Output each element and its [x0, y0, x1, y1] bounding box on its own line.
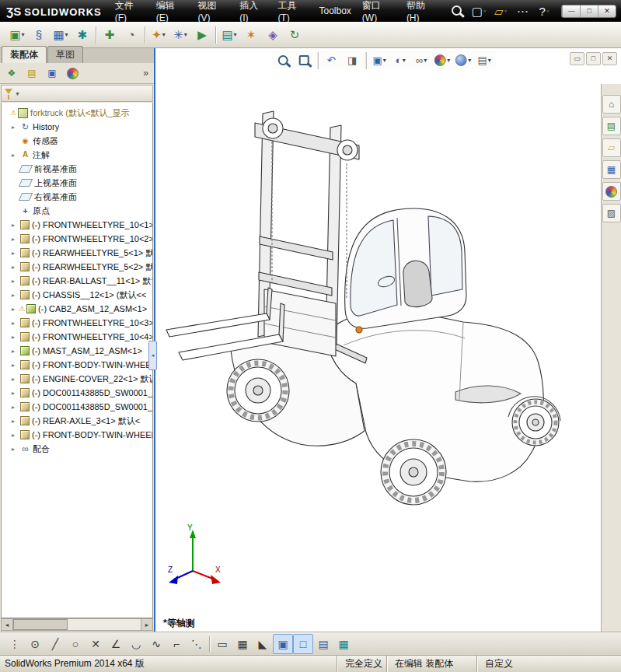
tree-item-mates[interactable]: ▸ ∞ 配合 [2, 442, 152, 456]
hide-show-items-button[interactable]: ∞ [411, 51, 431, 69]
expand-arrow-icon[interactable]: ▸ [12, 404, 19, 411]
minimize-button[interactable]: — [562, 5, 580, 17]
tree-item-rearwheeltyre-2[interactable]: ▸ (-) REARWHEELTYRE_5<2> 默认 [2, 260, 152, 274]
configurationmanager-tab-icon[interactable]: ▣ [43, 65, 61, 82]
insert-component-button[interactable]: ▣ [6, 24, 28, 46]
corner-tool-button[interactable]: ⌐ [166, 634, 187, 654]
options-button[interactable]: ⋯ [511, 0, 533, 22]
expand-arrow-icon[interactable]: ▸ [12, 292, 19, 299]
pattern-tool-button[interactable]: ⋱ [187, 634, 207, 654]
tree-item-rearwheeltyre-1[interactable]: ▸ (-) REARWHEELTYRE_5<1> 默 [2, 246, 152, 260]
tree-filter-bar[interactable]: ▼ [1, 85, 153, 102]
circle-tool-button[interactable]: ○ [65, 634, 85, 654]
reference-geometry-button[interactable]: ✳ [169, 24, 191, 46]
tree-item-frontwheeltyre-2[interactable]: ▸ (-) FRONTWHEELTYRE_10<2> [2, 232, 152, 246]
search-button[interactable] [446, 0, 468, 22]
help-button[interactable]: ? [533, 0, 555, 22]
panel-expand-chevron[interactable]: » [140, 68, 152, 79]
display-style-button[interactable]: ◐ [390, 51, 410, 69]
forklift-model-canvas[interactable] [155, 48, 621, 624]
close-button[interactable]: ✕ [598, 5, 616, 17]
file-explorer-button[interactable]: ▱ [602, 138, 621, 157]
expand-arrow-icon[interactable]: ▸ [12, 152, 19, 159]
tree-item-frontwheeltyre-1[interactable]: ▸ (-) FRONTWHEELTYRE_10<1> [2, 218, 152, 232]
tree-horizontal-scrollbar[interactable]: ◄ ► [1, 618, 153, 631]
tree-item-frontwheeltyre-4[interactable]: ▸ (-) FRONTWHEELTYRE_10<4> [2, 330, 152, 344]
instant3d-button[interactable]: ◈ [262, 24, 284, 46]
exploded-view-button[interactable]: ✶ [240, 24, 262, 46]
doc-close-button[interactable]: ✕ [602, 52, 617, 65]
point-tool-button[interactable]: ⊙ [25, 634, 45, 654]
section-view-button[interactable]: ◨ [342, 51, 362, 69]
erase-tool-button[interactable]: ✕ [85, 634, 106, 654]
tree-item-chassis[interactable]: ▸ (-) CHASSIS__12<1> (默认<< [2, 288, 152, 302]
view-orientation-button[interactable]: ▣ [369, 51, 389, 69]
smart-fasteners-button[interactable]: ✱ [72, 24, 93, 46]
zoom-area-button[interactable] [294, 51, 314, 69]
expand-arrow-icon[interactable]: ▸ [12, 278, 19, 285]
drawing-view-toggle[interactable]: □ [293, 634, 313, 654]
table-view-button[interactable]: ▦ [333, 634, 354, 654]
expand-arrow-icon[interactable]: ▸ [12, 362, 19, 369]
expand-arrow-icon[interactable]: ▸ [12, 264, 19, 271]
trim-tool-button[interactable]: ▭ [212, 634, 232, 654]
tree-item-rear-axle[interactable]: ▸ (-) REAR-AXLE_3<1> 默认< [2, 414, 152, 428]
bom-button[interactable]: ▤ [218, 24, 240, 46]
expand-arrow-icon[interactable]: ▸ [12, 418, 19, 425]
tree-item-engine-cover[interactable]: ▸ (-) ENGINE-COVER_22<1> 默认 [2, 372, 152, 386]
tree-item-rear-ballast[interactable]: ▸ (-) REAR-BALLAST__11<1> 默认 [2, 274, 152, 288]
custom-properties-button[interactable]: ▨ [602, 204, 621, 222]
tree-item-history[interactable]: ▸ ↻ History [2, 120, 152, 134]
filter-dropdown-arrow[interactable]: ▼ [15, 91, 20, 96]
expand-arrow-icon[interactable]: ▸ [12, 236, 19, 243]
propertymanager-tab-icon[interactable]: ▤ [23, 65, 41, 82]
tree-item-mast-asm[interactable]: ▸ (-) MAST_ASM_12_ASM<1> [2, 344, 152, 358]
expand-arrow-icon[interactable]: ▸ [12, 446, 19, 453]
toolbar-overflow-handle[interactable]: ⋮ [5, 634, 25, 654]
maximize-button[interactable]: □ [580, 5, 598, 17]
move-component-button[interactable]: ✚ [99, 24, 120, 46]
spline-tool-button[interactable]: ∿ [146, 634, 166, 654]
doc-minimize-button[interactable]: ▭ [570, 52, 584, 65]
scrollbar-track[interactable] [13, 618, 141, 631]
tree-root-forktruck[interactable]: ⚠ forktruck (默认<默认_显示 [2, 106, 152, 120]
expand-arrow-icon[interactable]: ▸ [12, 320, 19, 327]
tree-item-front-body-2[interactable]: ▸ (-) FRONT-BODY-TWIN-WHEEL [2, 428, 152, 442]
linear-pattern-button[interactable]: ▦ [50, 24, 72, 46]
motion-study-button[interactable]: ▶ [191, 24, 213, 46]
view-palette-button[interactable]: ▦ [602, 160, 621, 179]
grid-view-toggle[interactable]: ▤ [313, 634, 333, 654]
scroll-right-button[interactable]: ► [141, 618, 153, 631]
tree-item-front-body-1[interactable]: ▸ (-) FRONT-BODY-TWIN-WHEEL [2, 358, 152, 372]
tab-assembly[interactable]: 装配体 [2, 46, 47, 63]
expand-arrow-icon[interactable]: ▸ [12, 348, 19, 355]
apply-scene-button[interactable] [453, 51, 473, 69]
expand-arrow-icon[interactable]: ▸ [12, 124, 19, 131]
arc-tool-button[interactable]: ◡ [126, 634, 146, 654]
scrollbar-thumb[interactable] [13, 619, 68, 630]
tab-sketch[interactable]: 草图 [47, 46, 83, 63]
featuremanager-tab-icon[interactable]: ❖ [2, 65, 21, 82]
previous-view-button[interactable]: ↶ [321, 51, 341, 69]
design-library-button[interactable]: ▤ [602, 117, 621, 135]
zoom-fit-button[interactable] [273, 51, 293, 69]
graphics-viewport[interactable]: ↶ ◨ ▣ ◐ ∞ ▤ ▭ [155, 48, 621, 632]
sketch-pattern-button[interactable]: ▦ [232, 634, 253, 654]
shaded-view-toggle[interactable]: ▣ [273, 634, 293, 654]
panel-collapse-handle[interactable]: ◄ [148, 341, 157, 370]
mirror-tool-button[interactable]: ◣ [253, 634, 273, 654]
tree-item-doc001-2[interactable]: ▸ (-) DOC001143885D_SW0001_ [2, 400, 152, 414]
doc-restore-button[interactable]: □ [586, 52, 601, 65]
tree-item-top-plane[interactable]: 上视基准面 [2, 176, 152, 190]
angle-dimension-button[interactable]: ∠ [106, 634, 126, 654]
expand-arrow-icon[interactable]: ▸ [12, 432, 19, 439]
tree-item-cab2-asm[interactable]: ▸ ⚠ (-) CAB2_ASM_12_ASM<1> [2, 302, 152, 316]
expand-arrow-icon[interactable]: ▸ [12, 376, 19, 383]
tree-item-front-plane[interactable]: 前视基准面 [2, 162, 152, 176]
expand-arrow-icon[interactable]: ▸ [12, 250, 19, 257]
tree-item-doc001-1[interactable]: ▸ (-) DOC001143885D_SW0001_ [2, 386, 152, 400]
displaymanager-tab-icon[interactable] [63, 65, 82, 82]
new-document-button[interactable]: ▢ [468, 0, 490, 22]
expand-arrow-icon[interactable]: ▸ [12, 306, 19, 313]
expand-arrow-icon[interactable]: ▸ [12, 334, 19, 341]
